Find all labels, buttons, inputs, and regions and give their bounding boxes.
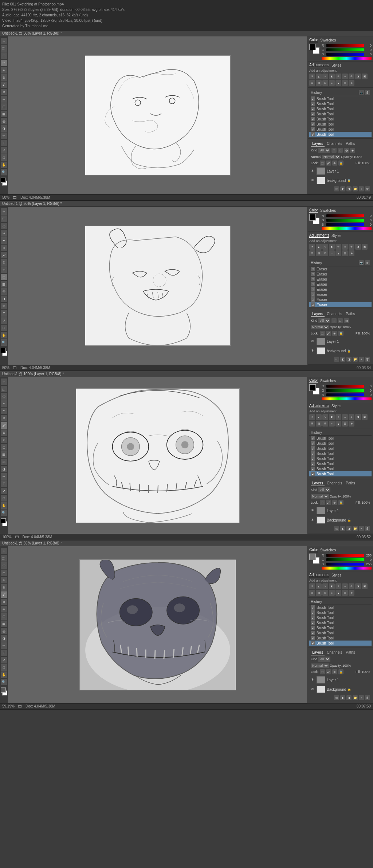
tool-gradient[interactable]: ▦ <box>1 111 7 117</box>
tool-shape-2[interactable]: □ <box>1 325 7 331</box>
layer-del-btn-1[interactable]: 🗑 <box>365 186 370 191</box>
kind-select-3[interactable]: All <box>318 487 330 492</box>
tool-move[interactable]: ⊹ <box>1 38 7 44</box>
tool-dodge-2[interactable]: ◑ <box>1 296 7 302</box>
adj-vibrance-2[interactable]: ❈ <box>335 244 341 250</box>
filter-s-2[interactable]: □ <box>338 318 343 323</box>
layers-tab-1[interactable]: Layers <box>311 141 325 147</box>
tool-clone-3[interactable]: ⊗ <box>1 429 7 436</box>
slider-b-4[interactable] <box>326 563 364 566</box>
adj-vibrance[interactable]: ❈ <box>335 74 341 79</box>
tool-history-brush-4[interactable]: ↩ <box>1 606 7 613</box>
adj-h-3[interactable]: ≡ <box>342 414 348 420</box>
layer-mask-btn-3[interactable]: ◐ <box>340 526 345 531</box>
fg-color-box-4[interactable] <box>309 554 316 560</box>
styles-tab-3[interactable]: Styles <box>331 404 341 408</box>
history-item-4-8[interactable]: 🖌 Brush Tool <box>309 641 372 646</box>
layer-adj-btn-3[interactable]: ◑ <box>346 526 352 531</box>
lock-img-3[interactable]: 🖌 <box>326 500 331 505</box>
history-item-1-1[interactable]: 🖌 Brush Tool <box>309 96 372 101</box>
tool-path-select-2[interactable]: ↗ <box>1 317 7 324</box>
layer-fx-btn-3[interactable]: fx <box>334 526 339 531</box>
slider-g-3[interactable] <box>326 389 364 392</box>
tool-history-brush-2[interactable]: ↩ <box>1 266 7 273</box>
tool-shape[interactable]: □ <box>1 154 7 161</box>
kind-select-4[interactable]: All <box>318 657 330 662</box>
history-item-3-1[interactable]: 🖌 Brush Tool <box>309 436 372 441</box>
history-item-3-7[interactable]: 🖌 Brush Tool <box>309 466 372 471</box>
tool-zoom[interactable]: 🔍 <box>1 169 7 175</box>
tool-text-2[interactable]: T <box>1 310 7 317</box>
history-item-3-5[interactable]: 🖌 Brush Tool <box>309 456 372 461</box>
adj-black-white[interactable]: ◑ <box>355 74 361 79</box>
adj-gm-3[interactable]: ▥ <box>342 421 348 427</box>
history-item-2-5[interactable]: ◻ Eraser <box>309 287 372 292</box>
layer-folder-btn-2[interactable]: 📁 <box>353 357 358 362</box>
adj-b-3[interactable]: ☀ <box>309 414 315 420</box>
layer-adj-btn-4[interactable]: ◑ <box>346 695 352 700</box>
adj-color-balance[interactable]: ⊕ <box>349 74 354 79</box>
adj-color-lookup[interactable]: ▤ <box>316 80 322 86</box>
adj-cb-3[interactable]: ⊕ <box>349 414 354 420</box>
lock-all[interactable]: 🔒 <box>338 160 343 166</box>
lock-position[interactable]: ⊕ <box>332 160 337 166</box>
history-item-2-7[interactable]: ◻ Eraser <box>309 297 372 302</box>
tool-blur[interactable]: ◎ <box>1 118 7 124</box>
slider-g-4[interactable] <box>326 558 364 561</box>
tool-path-select-3[interactable]: ↗ <box>1 488 7 494</box>
tool-heal[interactable]: ⊕ <box>1 74 7 81</box>
filter-t-2[interactable]: T <box>331 318 337 323</box>
lock-all-3[interactable]: 🔒 <box>338 500 343 505</box>
tool-pen-2[interactable]: ✏ <box>1 303 7 309</box>
tool-eyedropper-4[interactable]: ✒ <box>1 577 7 583</box>
lock-pos-4[interactable]: ⊕ <box>332 669 337 674</box>
adj-threshold-2[interactable]: ▲ <box>335 250 341 256</box>
layer-del-btn-2[interactable]: 🗑 <box>365 357 370 362</box>
slider-r-1[interactable] <box>326 44 364 47</box>
tool-text-3[interactable]: T <box>1 480 7 487</box>
color-tab-1[interactable]: Color <box>309 38 318 42</box>
layer-visibility-2-2[interactable]: 👁 <box>311 349 315 353</box>
history-item-3-2[interactable]: 🖌 Brush Tool <box>309 441 372 446</box>
tool-move-4[interactable]: ⊹ <box>1 548 7 554</box>
layer-visibility-3-1[interactable]: 👁 <box>311 508 315 513</box>
adj-gradient-map-2[interactable]: ▥ <box>342 250 348 256</box>
adj-black-white-2[interactable]: ◑ <box>355 244 361 250</box>
blend-mode-select-4[interactable]: Normal <box>311 663 329 668</box>
history-item-2-1[interactable]: ◻ Eraser <box>309 266 372 272</box>
tool-text-4[interactable]: T <box>1 650 7 656</box>
tool-brush-3[interactable]: 🖌 <box>1 422 7 429</box>
layer-new-btn-4[interactable]: + <box>359 695 364 700</box>
layer-row-3-1[interactable]: 👁 Layer 1 <box>309 506 372 515</box>
tool-crop-3[interactable]: ✂ <box>1 400 7 407</box>
history-item-4-1[interactable]: 🖌 Brush Tool <box>309 605 372 610</box>
adj-threshold[interactable]: ▲ <box>335 80 341 86</box>
filter-shape[interactable]: □ <box>338 148 343 153</box>
adj-sc-3[interactable]: ◈ <box>349 421 354 427</box>
history-item-4-6[interactable]: 🖌 Brush Tool <box>309 630 372 635</box>
layer-row-1-2[interactable]: 👁 background 🔒 <box>309 176 372 185</box>
layer-new-btn-1[interactable]: + <box>359 186 364 191</box>
adj-posterize-2[interactable]: ≈ <box>329 250 335 256</box>
slider-g-2[interactable] <box>326 219 364 222</box>
lock-pos-3[interactable]: ⊕ <box>332 500 337 505</box>
tool-crop-4[interactable]: ✂ <box>1 570 7 576</box>
adj-cl-4[interactable]: ▤ <box>316 590 322 596</box>
adj-cl-3[interactable]: ▤ <box>316 421 322 427</box>
adj-gm-4[interactable]: ▥ <box>342 590 348 596</box>
lock-img-2[interactable]: 🖌 <box>326 331 331 336</box>
tool-move-2[interactable]: ⊹ <box>1 208 7 215</box>
fg-color-3[interactable] <box>1 518 6 523</box>
adj-po-4[interactable]: ≈ <box>329 590 335 596</box>
adj-tab-1[interactable]: Adjustments <box>309 63 329 67</box>
layer-new-btn-3[interactable]: + <box>359 526 364 531</box>
tool-lasso-4[interactable]: ◌ <box>1 562 7 569</box>
tool-eraser[interactable]: ◻ <box>1 103 7 110</box>
tool-pen-4[interactable]: ✏ <box>1 642 7 649</box>
tool-dodge-3[interactable]: ◑ <box>1 466 7 472</box>
history-new-snapshot[interactable]: 📷 <box>359 90 364 95</box>
history-item-2-3[interactable]: ◻ Eraser <box>309 277 372 282</box>
slider-g-1[interactable] <box>326 48 364 51</box>
tool-clone-4[interactable]: ⊗ <box>1 599 7 605</box>
layer-visibility-1-1[interactable]: 👁 <box>311 169 315 173</box>
